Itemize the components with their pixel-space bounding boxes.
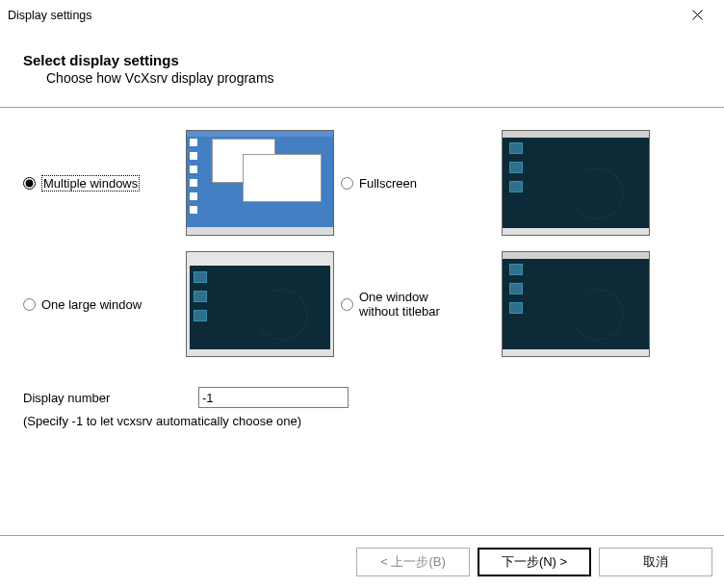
next-button[interactable]: 下一步(N) > [478,548,591,576]
radio-multiple-windows[interactable]: Multiple windows [23,175,187,192]
radio-multiple-windows-input[interactable] [23,177,36,190]
radio-fullscreen-input[interactable] [341,177,353,190]
radio-one-large-window-label: One large window [41,297,142,312]
cancel-button[interactable]: 取消 [599,548,712,576]
display-number-input[interactable] [198,387,349,408]
thumb-one-large-window [187,252,333,356]
display-number-label: Display number [23,391,189,405]
close-icon[interactable] [678,2,716,29]
window-title: Display settings [8,9,678,22]
radio-fullscreen[interactable]: Fullscreen [341,176,503,191]
thumb-fullscreen [503,131,649,235]
page-subtitle: Choose how VcXsrv display programs [46,70,714,86]
wizard-footer: < 上一步(B) 下一步(N) > 取消 [0,535,724,588]
radio-one-window-no-titlebar-input[interactable] [341,298,353,311]
radio-one-window-no-titlebar[interactable]: One window without titlebar [341,290,503,319]
thumb-multiple-windows [187,131,333,235]
thumb-one-window-no-titlebar [503,252,649,356]
radio-one-window-no-titlebar-label: One window without titlebar [359,290,440,319]
radio-one-large-window-input[interactable] [23,298,36,311]
wizard-header: Select display settings Choose how VcXsr… [0,31,724,95]
radio-one-large-window[interactable]: One large window [23,297,187,312]
radio-fullscreen-label: Fullscreen [359,176,417,191]
radio-multiple-windows-label: Multiple windows [41,175,140,192]
display-number-note: (Specify -1 to let vcxsrv automatically … [23,414,722,428]
titlebar: Display settings [0,0,724,31]
options-grid: Multiple windows Fullscreen One large wi… [23,127,722,360]
display-number-section: Display number (Specify -1 to let vcxsrv… [23,387,722,428]
page-title: Select display settings [23,52,714,68]
content-area: Multiple windows Fullscreen One large wi… [0,108,724,428]
back-button: < 上一步(B) [356,548,470,576]
